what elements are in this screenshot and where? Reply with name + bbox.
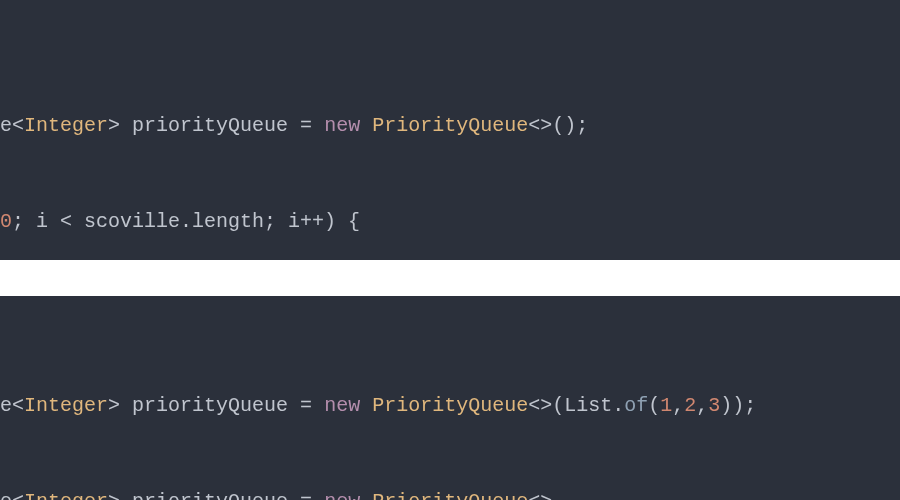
code-token: < bbox=[12, 114, 24, 137]
code-token: PriorityQueue bbox=[372, 394, 528, 417]
code-token: > bbox=[108, 490, 120, 500]
code-token: ; i bbox=[12, 210, 60, 233]
code-token: <> bbox=[528, 490, 552, 500]
code-token: scoville.length; i bbox=[72, 210, 300, 233]
code-token: < bbox=[12, 394, 24, 417]
code-token: 0 bbox=[0, 210, 12, 233]
code-token: new bbox=[324, 490, 360, 500]
code-token: PriorityQueue bbox=[372, 114, 528, 137]
code-token: Integer bbox=[24, 490, 108, 500]
code-token: new bbox=[324, 114, 360, 137]
code-token: , bbox=[672, 394, 684, 417]
code-token bbox=[312, 394, 324, 417]
code-token: priorityQueue bbox=[120, 394, 300, 417]
code-token: <> bbox=[528, 394, 552, 417]
code-token: = bbox=[300, 114, 312, 137]
code-token: 2 bbox=[684, 394, 696, 417]
code-token: e bbox=[0, 114, 12, 137]
code-line: e<Integer> priorityQueue = new PriorityQ… bbox=[0, 486, 900, 500]
code-token: e bbox=[0, 490, 12, 500]
code-token: of bbox=[624, 394, 648, 417]
code-token: Integer bbox=[24, 114, 108, 137]
code-token: PriorityQueue bbox=[372, 490, 528, 500]
code-token bbox=[312, 490, 324, 500]
code-token: ( bbox=[648, 394, 660, 417]
code-token: e bbox=[0, 394, 12, 417]
code-token: 1 bbox=[660, 394, 672, 417]
code-token bbox=[360, 394, 372, 417]
code-token: > bbox=[108, 394, 120, 417]
code-token: <> bbox=[528, 114, 552, 137]
code-token: new bbox=[324, 394, 360, 417]
code-block-1: e<Integer> priorityQueue = new PriorityQ… bbox=[0, 0, 900, 260]
code-token: )); bbox=[720, 394, 756, 417]
code-line: 0; i < scoville.length; i++) { bbox=[0, 206, 900, 238]
code-line: e<Integer> priorityQueue = new PriorityQ… bbox=[0, 110, 900, 142]
code-token: priorityQueue bbox=[120, 114, 300, 137]
code-token: (); bbox=[552, 114, 588, 137]
code-token: = bbox=[300, 490, 312, 500]
code-token: (List. bbox=[552, 394, 624, 417]
code-line: e<Integer> priorityQueue = new PriorityQ… bbox=[0, 390, 900, 422]
code-token bbox=[312, 114, 324, 137]
code-token: > bbox=[108, 114, 120, 137]
code-token: ++ bbox=[300, 210, 324, 233]
code-block-2: e<Integer> priorityQueue = new PriorityQ… bbox=[0, 296, 900, 500]
code-token: , bbox=[696, 394, 708, 417]
code-token bbox=[360, 114, 372, 137]
code-token: ) { bbox=[324, 210, 360, 233]
separator-gap bbox=[0, 260, 900, 296]
code-token: < bbox=[60, 210, 72, 233]
code-token: = bbox=[300, 394, 312, 417]
code-token: priorityQueue bbox=[120, 490, 300, 500]
code-token: 3 bbox=[708, 394, 720, 417]
code-token: Integer bbox=[24, 394, 108, 417]
code-token bbox=[360, 490, 372, 500]
code-token: < bbox=[12, 490, 24, 500]
